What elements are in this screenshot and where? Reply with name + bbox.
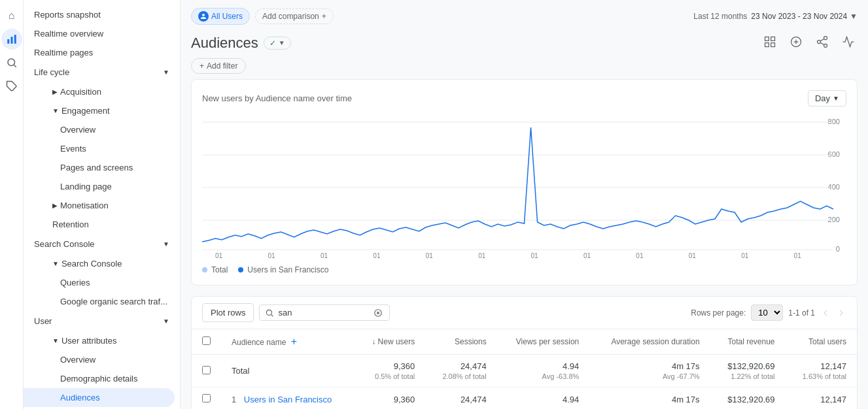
col-total-revenue[interactable]: Total revenue <box>710 329 786 355</box>
svg-text:01: 01 <box>583 252 591 258</box>
total-avg-duration: 4m 17s Avg -67.7% <box>589 355 710 387</box>
section-user[interactable]: User ▼ <box>24 311 180 331</box>
svg-text:01: 01 <box>794 252 802 258</box>
sidebar-item-retention[interactable]: Retention <box>24 215 175 234</box>
search-console-items: ▼ Search Console Queries Google organic … <box>24 254 180 311</box>
svg-rect-1 <box>10 37 12 44</box>
select-all-header <box>192 329 221 355</box>
settings-icon[interactable] <box>839 33 858 53</box>
tag-icon[interactable] <box>1 76 22 97</box>
sidebar-item-engagement[interactable]: ▼ Engagement <box>24 101 175 120</box>
expand-icon: ▶ <box>52 202 58 209</box>
plus-filter-icon: + <box>200 61 204 71</box>
verified-chip[interactable]: ✓ ▼ <box>264 37 291 50</box>
sidebar-item-demographic-details[interactable]: Demographic details <box>24 369 175 388</box>
top-bar-right: Last 12 months 23 Nov 2023 - 23 Nov 2024… <box>693 12 858 21</box>
row-avg-duration: 4m 17s <box>589 387 710 410</box>
day-chevron-icon: ▼ <box>833 95 839 102</box>
prev-page-icon[interactable] <box>820 308 831 318</box>
col-total-users[interactable]: Total users <box>786 329 857 355</box>
page-header-left: Audiences ✓ ▼ <box>191 35 291 52</box>
sidebar-item-audiences[interactable]: Audiences <box>24 388 175 407</box>
legend-total: Total <box>202 265 228 274</box>
day-selector[interactable]: Day ▼ <box>808 90 846 106</box>
plot-rows-button[interactable]: Plot rows <box>202 303 254 322</box>
analytics-icon[interactable] <box>1 29 22 50</box>
chart-title: New users by Audience name over time <box>202 93 352 103</box>
svg-text:600: 600 <box>828 150 840 158</box>
sidebar-item-realtime-overview[interactable]: Realtime overview <box>24 24 180 43</box>
all-users-chip[interactable]: All Users <box>191 8 250 25</box>
row-checkbox-cell <box>192 387 221 410</box>
plus-icon: + <box>322 12 326 21</box>
sidebar-item-pages-screens[interactable]: Pages and screens <box>24 158 175 177</box>
audience-name-link[interactable]: Users in San Francisco <box>244 395 332 404</box>
svg-text:01: 01 <box>321 252 328 258</box>
compare-icon[interactable] <box>787 33 805 53</box>
next-page-icon[interactable] <box>836 308 846 318</box>
sidebar-item-reports-snapshot[interactable]: Reports snapshot <box>24 5 180 24</box>
col-views-per-session[interactable]: Views per session <box>497 329 590 355</box>
sidebar-item-google-organic[interactable]: Google organic search traf... <box>24 292 175 311</box>
sidebar-item-user-attributes[interactable]: ▼ User attributes <box>24 331 175 350</box>
col-new-users[interactable]: ↓ New users <box>355 329 425 355</box>
sidebar-item-queries[interactable]: Queries <box>24 273 175 292</box>
legend-sf-dot <box>238 267 243 272</box>
pagination-label: 1-1 of 1 <box>788 308 815 318</box>
clear-search-icon[interactable] <box>373 308 383 318</box>
row-views-per-session: 4.94 <box>497 387 590 410</box>
section-search-console[interactable]: Search Console ▼ <box>24 234 180 254</box>
rows-per-page-select[interactable]: 10 25 50 <box>751 304 783 321</box>
total-users: 12,147 1.63% of total <box>786 355 857 387</box>
expand-icon: ▼ <box>52 107 59 114</box>
col-avg-session-duration[interactable]: Average session duration <box>589 329 710 355</box>
sidebar-item-user-overview[interactable]: Overview <box>24 350 175 369</box>
search-input[interactable] <box>278 308 370 318</box>
chart-type-icon[interactable] <box>761 33 779 53</box>
date-range-selector[interactable]: 23 Nov 2023 - 23 Nov 2024 ▼ <box>751 12 858 21</box>
add-filter-button[interactable]: + Add filter <box>191 58 246 74</box>
add-comparison-button[interactable]: Add comparison + <box>255 8 334 24</box>
share-icon[interactable] <box>813 33 831 53</box>
add-column-button[interactable]: + <box>291 336 297 347</box>
svg-text:01: 01 <box>689 252 697 258</box>
row-audience-name: 1 Users in San Francisco <box>221 387 355 410</box>
data-table: Audience name + ↓ New users Sessions Vie… <box>192 329 857 409</box>
svg-rect-7 <box>771 37 775 41</box>
svg-text:200: 200 <box>828 216 840 223</box>
chart-area: 800 600 400 200 0 01 Dec 01 Jan 01 Feb 0… <box>202 114 846 260</box>
table-row: 1 Users in San Francisco 9,360 24,474 4.… <box>192 387 857 410</box>
select-all-checkbox[interactable] <box>202 336 211 345</box>
top-bar: All Users Add comparison + Last 12 month… <box>181 0 868 30</box>
page-title: Audiences <box>191 35 258 52</box>
svg-point-3 <box>8 59 15 66</box>
svg-text:01: 01 <box>531 252 539 258</box>
row-checkbox[interactable] <box>202 394 211 402</box>
svg-point-50 <box>267 310 272 315</box>
icon-navigation: ⌂ <box>0 0 24 409</box>
svg-text:400: 400 <box>828 183 840 191</box>
home-icon[interactable]: ⌂ <box>1 5 22 26</box>
total-revenue: $132,920.69 1.22% of total <box>710 355 786 387</box>
legend-san-francisco: Users in San Francisco <box>238 265 328 274</box>
total-checkbox-cell <box>192 355 221 387</box>
sidebar-item-landing-page[interactable]: Landing page <box>24 177 175 196</box>
svg-text:01: 01 <box>741 252 749 258</box>
sidebar-item-acquisition[interactable]: ▶ Acquisition <box>24 82 175 101</box>
chart-header: New users by Audience name over time Day… <box>202 90 846 106</box>
col-sessions[interactable]: Sessions <box>425 329 496 355</box>
svg-rect-0 <box>7 39 9 44</box>
total-row-checkbox[interactable] <box>202 366 211 374</box>
segment-icon <box>198 11 209 22</box>
search-magnify-icon[interactable] <box>1 52 22 73</box>
svg-text:800: 800 <box>828 118 840 125</box>
sidebar-item-overview[interactable]: Overview <box>24 120 175 139</box>
sidebar-item-search-console[interactable]: ▼ Search Console <box>24 254 175 273</box>
expand-icon: ▼ <box>52 337 59 344</box>
table-toolbar: Plot rows Rows per page: 10 25 50 1-1 of… <box>192 297 857 329</box>
sidebar-item-monetisation[interactable]: ▶ Monetisation <box>24 196 175 215</box>
section-lifecycle[interactable]: Life cycle ▼ <box>24 62 180 82</box>
row-sessions: 24,474 <box>425 387 496 410</box>
sidebar-item-events[interactable]: Events <box>24 139 175 158</box>
sidebar-item-realtime-pages[interactable]: Realtime pages <box>24 43 180 62</box>
